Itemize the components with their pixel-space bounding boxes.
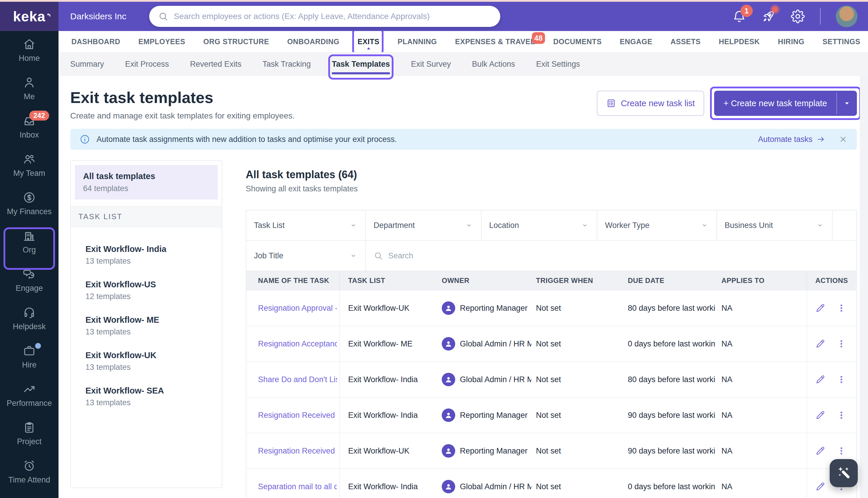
workflow-item[interactable]: Exit Workflow- India 13 templates xyxy=(71,237,222,273)
actions-cell xyxy=(806,398,856,433)
nav-tab-label: EMPLOYEES xyxy=(138,37,185,46)
subnav-tab[interactable]: Task Tracking xyxy=(263,52,311,76)
nav-tab[interactable]: ORG STRUCTURE xyxy=(203,31,269,52)
nav-tab[interactable]: EMPLOYEES xyxy=(138,31,185,52)
filter-label: Department xyxy=(374,221,415,230)
owner-avatar xyxy=(442,480,455,493)
filter-dropdown[interactable]: Business Unit xyxy=(717,210,832,241)
row-menu-button[interactable] xyxy=(837,410,846,420)
automate-tasks-link[interactable]: Automate tasks xyxy=(758,135,825,144)
scrollbar-track[interactable] xyxy=(860,76,868,498)
owner-cell: Reporting Manager xyxy=(437,290,533,326)
whats-new-button[interactable] xyxy=(762,9,776,23)
nav-tab[interactable]: DOCUMENTS xyxy=(553,31,602,52)
sidebar-item[interactable]: Performance xyxy=(0,376,58,414)
subnav-tab[interactable]: Exit Settings xyxy=(536,52,580,76)
task-name-link[interactable]: Share Do and Don't List xyxy=(258,375,337,384)
global-search[interactable] xyxy=(149,6,500,27)
ai-assistant-button[interactable] xyxy=(830,459,858,487)
workflow-item[interactable]: Exit Workflow- SEA 13 templates xyxy=(71,379,222,414)
create-template-dropdown-button[interactable] xyxy=(837,91,857,116)
nav-tab[interactable]: ONBOARDING xyxy=(287,31,340,52)
nav-tab[interactable]: DASHBOARD xyxy=(71,31,120,52)
trigger-when-cell: Not set xyxy=(533,326,624,361)
pencil-icon xyxy=(815,375,825,384)
notifications-button[interactable]: 1 xyxy=(732,9,746,23)
nav-tab[interactable]: ENGAGE xyxy=(620,31,652,52)
subnav-tab[interactable]: Reverted Exits xyxy=(190,52,242,76)
subnav-tab-label: Task Templates xyxy=(332,60,390,69)
global-search-input[interactable] xyxy=(174,12,492,21)
banner-close-button[interactable] xyxy=(839,135,847,144)
sidebar-item[interactable]: My Finances xyxy=(0,184,58,223)
edit-task-button[interactable] xyxy=(815,410,825,420)
sidebar-item[interactable]: Home xyxy=(0,31,58,69)
sidebar-item[interactable]: Inbox 242 xyxy=(0,108,58,146)
task-name-link[interactable]: Separation mail to all dep xyxy=(258,482,337,491)
edit-task-button[interactable] xyxy=(815,375,825,384)
row-menu-button[interactable] xyxy=(837,375,846,384)
subnav-tab[interactable]: Summary xyxy=(70,52,104,76)
create-task-list-button[interactable]: Create new task list xyxy=(597,91,704,116)
workflow-item[interactable]: Exit Workflow-UK 13 templates xyxy=(71,343,222,379)
sidebar-item[interactable]: Hire xyxy=(0,338,58,376)
person-icon xyxy=(444,446,453,455)
applies-to-cell: NA xyxy=(717,398,806,433)
workflow-title: Exit Workflow- India xyxy=(85,244,211,254)
task-list-cell: Exit Workflow- ME xyxy=(340,326,437,361)
row-menu-button[interactable] xyxy=(837,446,846,456)
subnav-tab[interactable]: Exit Survey xyxy=(411,52,451,76)
column-header: TRIGGER WHEN xyxy=(533,271,624,290)
nav-tab[interactable]: EXPENSES & TRAVEL 48 xyxy=(455,31,535,52)
due-date-cell: 90 days before last worki xyxy=(624,433,717,469)
filter-dropdown[interactable]: Department xyxy=(366,210,482,241)
filter-dropdown[interactable]: Worker Type xyxy=(597,210,717,241)
edit-task-button[interactable] xyxy=(815,303,825,313)
settings-button[interactable] xyxy=(791,9,805,23)
sidebar-item[interactable]: Time Attend xyxy=(0,453,58,491)
nav-tab[interactable]: EXITS xyxy=(358,31,379,52)
nav-tab[interactable]: SETTINGS xyxy=(823,31,860,52)
pencil-icon xyxy=(815,446,825,456)
table-search-input[interactable] xyxy=(388,251,849,260)
sidebar-item-icon xyxy=(23,267,36,281)
workflow-item[interactable]: Exit Workflow- ME 13 templates xyxy=(71,308,222,343)
nav-tab[interactable]: HIRING xyxy=(778,31,804,52)
sidebar-item-icon xyxy=(23,421,36,434)
edit-task-button[interactable] xyxy=(815,482,825,492)
sidebar-item[interactable]: My Team xyxy=(0,146,58,184)
sidebar-item[interactable]: Project xyxy=(0,414,58,453)
create-task-template-button[interactable]: + Create new task template xyxy=(714,91,837,116)
all-task-templates-item[interactable]: All task templates 64 templates xyxy=(75,165,218,199)
edit-task-button[interactable] xyxy=(815,446,825,456)
gear-icon xyxy=(791,9,805,23)
subnav-tab[interactable]: Bulk Actions xyxy=(472,52,515,76)
filter-label: Worker Type xyxy=(605,221,650,230)
sidebar-item[interactable]: Me xyxy=(0,69,58,108)
user-avatar[interactable] xyxy=(836,5,857,27)
sidebar-item[interactable]: Helpdesk xyxy=(0,299,58,338)
filter-label: Task List xyxy=(254,221,285,230)
task-name-link[interactable]: Resignation Approval - H xyxy=(258,304,337,313)
nav-tab[interactable]: PLANNING xyxy=(398,31,437,52)
job-title-filter-dropdown[interactable]: Job Title xyxy=(246,241,366,271)
nav-tab[interactable]: HELPDESK xyxy=(719,31,760,52)
nav-tab-label: ONBOARDING xyxy=(287,37,340,46)
row-menu-button[interactable] xyxy=(837,339,846,349)
row-menu-button[interactable] xyxy=(837,303,846,313)
whats-new-dot xyxy=(772,6,778,12)
keka-logo[interactable]: keka xyxy=(0,2,58,31)
sidebar-item-icon xyxy=(23,382,36,396)
subnav-tab[interactable]: Exit Process xyxy=(125,52,169,76)
task-name-link[interactable]: Resignation Acceptance xyxy=(258,339,337,349)
filter-dropdown[interactable]: Task List xyxy=(246,210,366,241)
sidebar-item[interactable]: Engage xyxy=(0,261,58,299)
workflow-item[interactable]: Exit Workflow-US 12 templates xyxy=(71,273,222,308)
sidebar-item[interactable]: Org xyxy=(0,223,58,261)
task-name-link[interactable]: Resignation Received xyxy=(258,411,335,420)
edit-task-button[interactable] xyxy=(815,339,825,349)
filter-dropdown[interactable]: Location xyxy=(482,210,597,241)
task-name-link[interactable]: Resignation Received xyxy=(258,446,335,456)
nav-tab[interactable]: ASSETS xyxy=(670,31,701,52)
subnav-tab[interactable]: Task Templates xyxy=(332,52,390,76)
